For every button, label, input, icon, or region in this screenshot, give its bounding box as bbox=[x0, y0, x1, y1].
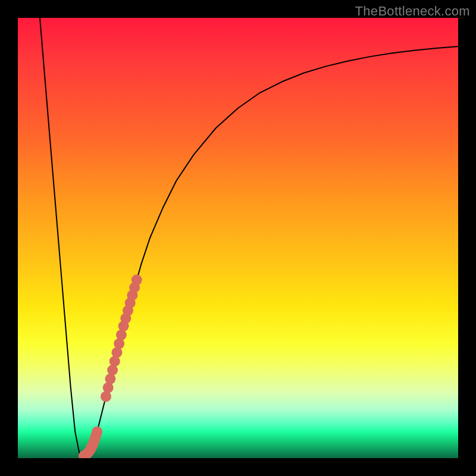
chart-frame: TheBottleneck.com bbox=[0, 0, 476, 476]
curve-path bbox=[40, 18, 458, 456]
highlight-marker bbox=[92, 427, 102, 437]
chart-svg bbox=[18, 18, 458, 458]
highlight-marker bbox=[131, 274, 142, 285]
plot-area bbox=[18, 18, 458, 458]
watermark-text: TheBottleneck.com bbox=[355, 4, 470, 19]
